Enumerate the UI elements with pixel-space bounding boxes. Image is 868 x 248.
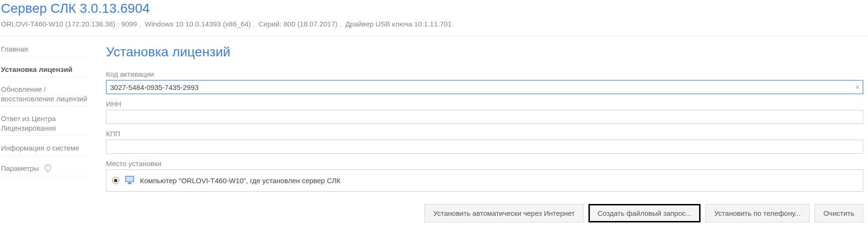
nav-system-info[interactable]: Информация о системе [1, 141, 89, 156]
kpp-input[interactable] [106, 140, 863, 154]
install-place-label: Место установки [106, 159, 863, 168]
nav-licensing-response[interactable]: Ответ из Центра Лицензирования [1, 111, 89, 136]
kpp-label: КПП [106, 130, 863, 138]
inn-input[interactable] [106, 110, 863, 124]
svg-rect-3 [127, 183, 132, 184]
page-title: Установка лицензий [106, 44, 863, 60]
clear-input-icon[interactable]: × [856, 84, 859, 90]
nav-parameters[interactable]: Параметры [1, 161, 89, 178]
host-info: ORLOVI-T460-W10 (172.20.138.38) : 9099 [1, 20, 137, 28]
os-info: Windows 10 10.0.14393 (x86_64) [145, 20, 251, 28]
nav-update-restore[interactable]: Обновление / восстановление лицензий [1, 82, 89, 106]
monitor-icon [124, 175, 135, 186]
sub-info: ORLOVI-T460-W10 (172.20.138.38) : 9099, … [0, 18, 868, 28]
sidebar: Главная Установка лицензий Обновление / … [0, 44, 89, 222]
nav-install-licenses[interactable]: Установка лицензий [1, 62, 89, 78]
install-place-text: Компьютер "ORLOVI-T460-W10", где установ… [140, 177, 341, 185]
page-header: Сервер СЛК 3.0.13.6904 ORLOVI-T460-W10 (… [0, 0, 868, 36]
radio-icon [112, 177, 119, 184]
driver-info: Драйвер USB ключа 10.1.11.701 [345, 20, 452, 28]
clear-button[interactable]: Очистить [815, 204, 863, 222]
app-title: Сервер СЛК 3.0.13.6904 [0, 0, 868, 18]
inn-label: ИНН [106, 100, 863, 108]
install-by-phone-button[interactable]: Установить по телефону... [705, 204, 810, 222]
action-buttons: Установить автоматически через Интернет … [106, 204, 863, 222]
series-info: Серий: 800 (18.07.2017) [259, 20, 338, 28]
main-content: Установка лицензий Код активации × ИНН К… [89, 44, 868, 222]
activation-code-input[interactable] [106, 80, 863, 94]
activation-code-label: Код активации [106, 70, 863, 78]
shield-icon [44, 164, 52, 175]
nav-parameters-label: Параметры [1, 164, 39, 172]
create-file-request-button[interactable]: Создать файловый запрос... [588, 204, 701, 222]
nav-main[interactable]: Главная [1, 44, 89, 57]
svg-rect-1 [126, 177, 133, 181]
install-place-option[interactable]: Компьютер "ORLOVI-T460-W10", где установ… [106, 169, 863, 192]
svg-rect-2 [128, 183, 131, 184]
install-auto-internet-button[interactable]: Установить автоматически через Интернет [424, 204, 584, 222]
